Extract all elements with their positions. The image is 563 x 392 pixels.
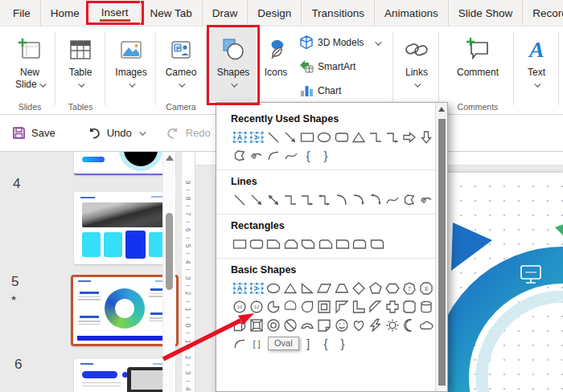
shape-elbow-arrow-connector[interactable]: [384, 129, 401, 145]
tab-file[interactable]: File: [0, 0, 40, 26]
links-button[interactable]: Links: [397, 30, 437, 91]
shape-right-triangle[interactable]: [299, 280, 316, 296]
shape-can[interactable]: [418, 299, 435, 315]
shape-diamond[interactable]: [350, 280, 367, 296]
shape-vertical-text-box[interactable]: A: [248, 280, 265, 296]
shape-freeform[interactable]: [401, 192, 418, 208]
shape-line[interactable]: [231, 192, 248, 208]
shape-elbow-connector[interactable]: [282, 192, 299, 208]
3d-models-button[interactable]: 3D Models: [298, 33, 380, 52]
shape-elbow-connector[interactable]: [367, 129, 384, 145]
shape-oval[interactable]: [265, 280, 282, 296]
tab-record[interactable]: Record: [522, 0, 563, 26]
shape-curved-connector[interactable]: [333, 192, 350, 208]
dropdown-scrollbar[interactable]: [435, 103, 447, 391]
slide-thumbnail-partial[interactable]: [74, 152, 175, 175]
tab-insert[interactable]: Insert: [89, 0, 140, 26]
table-button[interactable]: Table: [60, 30, 101, 91]
shape-line-arrow[interactable]: [282, 129, 299, 145]
shape-right-brace[interactable]: }: [334, 336, 351, 352]
shape-block-arc[interactable]: [299, 317, 316, 333]
tab-draw[interactable]: Draw: [202, 0, 248, 26]
shape-rectangle[interactable]: [299, 129, 316, 145]
shape-sun[interactable]: [384, 317, 401, 333]
chart-button[interactable]: Chart: [298, 81, 341, 100]
shape-curved-arrow-connector[interactable]: [350, 192, 367, 208]
shape-heart[interactable]: [350, 317, 367, 333]
shape-arc[interactable]: [231, 336, 248, 352]
shape-decagon[interactable]: 10: [231, 299, 248, 315]
tab-slide-show[interactable]: Slide Show: [448, 0, 523, 26]
shape-right-bracket[interactable]: ]: [300, 336, 317, 352]
thumbnails-scrollbar[interactable]: [162, 152, 175, 392]
shape-right-brace[interactable]: }: [317, 148, 334, 164]
shape-smiley-face[interactable]: [333, 317, 350, 333]
shape-teardrop[interactable]: [299, 299, 316, 315]
shape-diagonal-stripe[interactable]: [367, 299, 384, 315]
slide-thumbnail-4[interactable]: [74, 192, 175, 264]
shape-frame[interactable]: [316, 299, 333, 315]
shape-folded-corner[interactable]: [316, 317, 333, 333]
shape-line-double-arrow[interactable]: [265, 192, 282, 208]
shapes-button[interactable]: Shapes: [211, 27, 256, 101]
scrollbar-thumb[interactable]: [166, 213, 173, 290]
shape-no-symbol[interactable]: [282, 317, 299, 333]
shape-moon[interactable]: [401, 317, 418, 333]
shape-arrow-right[interactable]: [401, 129, 418, 145]
slide-thumbnail-6[interactable]: [74, 359, 175, 392]
shape-line-arrow[interactable]: [248, 192, 265, 208]
shape-octagon[interactable]: 8: [418, 280, 435, 296]
shape-cross[interactable]: [384, 299, 401, 315]
shape-scribble[interactable]: [248, 148, 265, 164]
shape-l-shape[interactable]: [350, 299, 367, 315]
tab-new-tab[interactable]: New Tab: [140, 0, 202, 26]
comment-button[interactable]: Comment: [443, 30, 512, 79]
tab-design[interactable]: Design: [247, 0, 301, 26]
smartart-button[interactable]: SmartArt: [298, 57, 355, 76]
shape-cloud[interactable]: [418, 317, 435, 333]
tab-transitions[interactable]: Transitions: [301, 0, 374, 26]
shape-pie[interactable]: [265, 299, 282, 315]
text-button[interactable]: A Text: [517, 30, 556, 91]
shape-arc[interactable]: [265, 148, 282, 164]
shape-round-same-side-corner[interactable]: [351, 236, 368, 252]
shape-isoceles-triangle[interactable]: [350, 129, 367, 145]
icons-button[interactable]: Icons: [257, 30, 294, 79]
shape-snip-same-side-corner[interactable]: [282, 236, 299, 252]
shape-trapezoid[interactable]: [333, 280, 350, 296]
shape-chord[interactable]: [282, 299, 299, 315]
shape-arrow-down[interactable]: [418, 129, 435, 145]
shape-text-box[interactable]: A: [231, 280, 248, 296]
undo-button[interactable]: Undo: [86, 125, 144, 141]
shape-curved-double-arrow-connector[interactable]: [367, 192, 384, 208]
shape-oval[interactable]: [316, 129, 333, 145]
shape-vertical-text-box[interactable]: A: [248, 129, 265, 145]
tab-home[interactable]: Home: [40, 0, 89, 26]
tab-animations[interactable]: Animations: [374, 0, 448, 26]
shape-left-brace[interactable]: {: [317, 336, 334, 352]
new-slide-button[interactable]: New Slide: [6, 30, 53, 91]
shape-dodecagon[interactable]: 12: [248, 299, 265, 315]
shape-double-bracket[interactable]: [ ]: [248, 336, 265, 352]
shape-half-frame[interactable]: [333, 299, 350, 315]
shape-heptagon[interactable]: 7: [401, 280, 418, 296]
shape-scribble[interactable]: [418, 192, 435, 208]
shape-donut[interactable]: [265, 317, 282, 333]
shape-plaque[interactable]: [401, 299, 418, 315]
shape-round-diagonal-corner[interactable]: [368, 236, 385, 252]
shape-parallelogram[interactable]: [316, 280, 333, 296]
shape-left-brace[interactable]: {: [300, 148, 317, 164]
save-button[interactable]: Save: [11, 125, 55, 141]
shape-elbow-arrow-connector[interactable]: [299, 192, 316, 208]
shape-freeform[interactable]: [231, 148, 248, 164]
shape-rectangle[interactable]: [231, 236, 248, 252]
shape-hexagon[interactable]: [384, 280, 401, 296]
images-button[interactable]: Images: [110, 30, 152, 91]
shape-bevel[interactable]: [248, 317, 265, 333]
shape-elbow-double-arrow-connector[interactable]: [316, 192, 333, 208]
shape-curve[interactable]: [282, 148, 299, 164]
shape-snip-single-corner[interactable]: [265, 236, 282, 252]
shape-cube[interactable]: [231, 317, 248, 333]
cameo-button[interactable]: P Cameo: [160, 30, 202, 91]
shape-round-single-corner[interactable]: [334, 236, 351, 252]
